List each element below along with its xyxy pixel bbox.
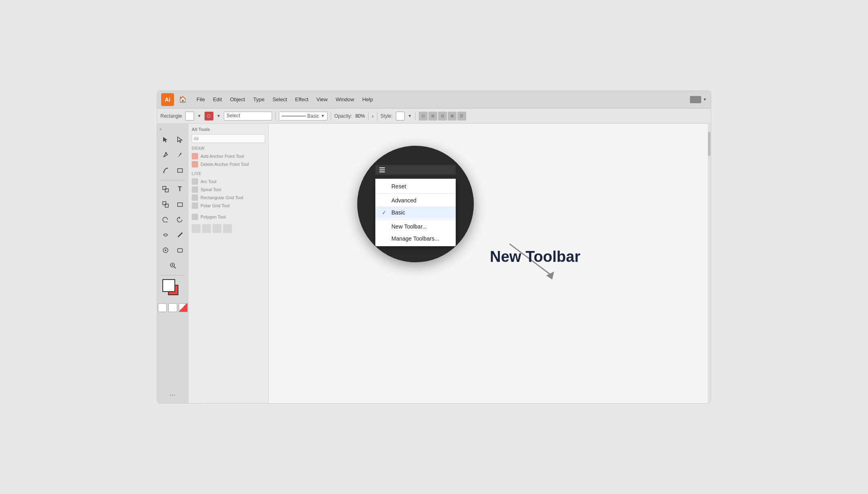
scrollbar-thumb[interactable] xyxy=(708,132,710,156)
stroke-type-arrow[interactable]: ▼ xyxy=(321,114,325,118)
manage-toolbars-label: Manage Toolbars... xyxy=(391,235,439,242)
foreground-color[interactable] xyxy=(162,279,175,292)
expand-arrow[interactable]: › xyxy=(372,113,374,119)
rectangle-tool[interactable] xyxy=(173,163,187,177)
eyedropper-tool[interactable] xyxy=(173,228,187,242)
stroke-icon: ⬡ xyxy=(205,112,213,120)
svg-point-11 xyxy=(165,249,166,251)
rotate-tool[interactable] xyxy=(159,213,172,227)
stroke-basic-label: Basic xyxy=(307,113,319,119)
type-tools: T xyxy=(159,182,187,196)
dropdown-item-reset[interactable]: Reset xyxy=(375,180,456,192)
dropdown-top-bar xyxy=(375,165,456,175)
section-title-draw: Draw xyxy=(192,146,265,151)
main-area: « xyxy=(157,124,711,403)
arrange-icon-3[interactable]: ⊟ xyxy=(438,112,447,120)
rect-grid-icon xyxy=(192,194,198,201)
pencil-tool[interactable] xyxy=(173,148,187,162)
panel-section-other: Polygon Tool xyxy=(192,213,265,221)
panel-icon-3 xyxy=(213,224,221,233)
svg-line-17 xyxy=(510,244,550,274)
magnified-circle: Reset Advanced ✓ Basic xyxy=(357,146,474,262)
zoom-tool[interactable] xyxy=(166,259,180,272)
svg-rect-7 xyxy=(178,203,182,206)
menu-object[interactable]: Object xyxy=(227,95,248,104)
menu-help[interactable]: Help xyxy=(359,95,376,104)
menu-window[interactable]: Window xyxy=(332,95,357,104)
spiral-label: Spiral Tool xyxy=(201,187,221,192)
scale-tool[interactable] xyxy=(159,182,172,196)
menu-edit[interactable]: Edit xyxy=(210,95,225,104)
svg-rect-3 xyxy=(163,186,166,190)
opacity-label: Opacity: xyxy=(334,113,352,119)
polygon-icon xyxy=(192,214,198,220)
basic-label: Basic xyxy=(391,209,405,216)
menu-type[interactable]: Type xyxy=(250,95,268,104)
home-icon[interactable]: 🏠 xyxy=(177,94,188,105)
white-swatch[interactable] xyxy=(168,303,177,312)
fill-dropdown-arrow[interactable]: ▼ xyxy=(197,114,201,118)
dropdown-item-advanced[interactable]: Advanced xyxy=(375,194,456,206)
polygon-label: Polygon Tool xyxy=(201,214,226,219)
pen-tools xyxy=(159,148,187,162)
panel-section-live: Live Arc Tool Spiral Tool Rectangular Gr… xyxy=(192,171,265,210)
select-box[interactable]: Select xyxy=(224,112,272,120)
shape-builder-tool[interactable] xyxy=(159,198,172,211)
check-manage-toolbars xyxy=(382,235,388,242)
more-tools[interactable]: ··· xyxy=(170,391,176,399)
menu-effect[interactable]: Effect xyxy=(292,95,311,104)
opacity-value: 80% xyxy=(355,113,365,119)
svg-marker-8 xyxy=(166,221,168,223)
gradient-swatch[interactable] xyxy=(179,303,188,312)
brush-tools xyxy=(159,163,187,177)
dropdown-item-new-toolbar[interactable]: New Toolbar... xyxy=(375,220,456,233)
style-dropdown-arrow[interactable]: ▼ xyxy=(408,114,412,118)
arrange-icons: ⊡ ⊞ ⊟ ⊠ ☰ xyxy=(419,112,466,120)
stroke-dropdown-arrow[interactable]: ▼ xyxy=(217,114,221,118)
direct-selection-tool[interactable] xyxy=(173,133,187,147)
workspace-dropdown-arrow[interactable]: ▼ xyxy=(703,97,707,102)
arrange-icon-4[interactable]: ⊠ xyxy=(448,112,457,120)
panel-search[interactable] xyxy=(192,134,265,143)
pen-tool[interactable] xyxy=(159,148,172,162)
arrange-icon-5[interactable]: ☰ xyxy=(457,112,466,120)
panel-icon-4 xyxy=(223,224,232,233)
dropdown-item-basic[interactable]: ✓ Basic xyxy=(375,206,456,218)
tool-sep-1 xyxy=(161,180,185,180)
ai-logo: Ai xyxy=(161,93,174,106)
fill-color-swatch[interactable] xyxy=(185,112,194,120)
menu-file[interactable]: File xyxy=(193,95,208,104)
symbol-tool[interactable] xyxy=(159,243,172,257)
check-new-toolbar xyxy=(382,223,388,230)
selection-tool[interactable] xyxy=(159,133,172,147)
tool-item-delete-anchor: Delete Anchor Point Tool xyxy=(192,160,265,168)
dropdown-item-manage-toolbars[interactable]: Manage Toolbars... xyxy=(375,233,456,245)
menu-view[interactable]: View xyxy=(313,95,331,104)
toolbar-collapse[interactable]: « xyxy=(157,126,188,132)
lasso-tool[interactable] xyxy=(173,243,187,257)
type-tool[interactable]: T xyxy=(173,182,187,196)
undo-tool[interactable] xyxy=(173,213,187,227)
swatch-icons-row xyxy=(158,303,188,312)
none-swatch[interactable] xyxy=(158,303,167,312)
ellipse-tool[interactable] xyxy=(173,198,187,211)
arrange-icon-1[interactable]: ⊡ xyxy=(419,112,428,120)
tool-item-add-anchor: Add Anchor Point Tool xyxy=(192,152,265,160)
shape-label: Rectangle xyxy=(160,113,182,119)
warp-tool[interactable] xyxy=(159,228,172,242)
annotation-text: New Toolbar xyxy=(490,248,580,265)
separator-3 xyxy=(368,112,368,120)
style-swatch[interactable] xyxy=(396,112,405,120)
panel-section-draw: Draw Add Anchor Point Tool Delete Anchor… xyxy=(192,146,265,168)
menu-bar: Ai 🏠 File Edit Object Type Select Effect… xyxy=(157,91,711,108)
panel-icon-1 xyxy=(192,224,201,233)
new-toolbar-label: New Toolbar... xyxy=(391,223,427,230)
check-reset xyxy=(382,183,388,190)
menu-select[interactable]: Select xyxy=(269,95,290,104)
color-swatches xyxy=(162,279,183,300)
tool-item-polygon: Polygon Tool xyxy=(192,213,265,221)
brush-tool[interactable] xyxy=(159,163,172,177)
scrollbar-right[interactable] xyxy=(708,124,711,403)
arrange-icon-2[interactable]: ⊞ xyxy=(428,112,437,120)
tools-panel: All Tools Draw Add Anchor Point Tool Del… xyxy=(188,124,269,403)
